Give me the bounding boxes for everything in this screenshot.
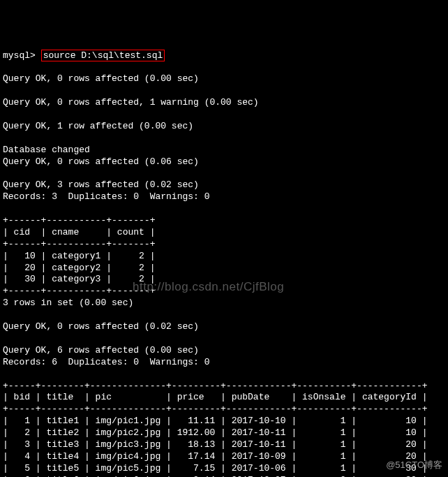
table-border: +------+-----------+-------+ (3, 286, 155, 296)
table-row: | 4 | title4 | img/pic4.jpg | 17.14 | 20… (3, 451, 428, 462)
records-summary-line: Records: 3 Duplicates: 0 Warnings: 0 (3, 191, 209, 202)
query-result-line: Query OK, 6 rows affected (0.00 sec) (3, 345, 199, 355)
rows-in-set-line: 3 rows in set (0.00 sec) (3, 298, 133, 308)
table-row: | 2 | title2 | img/pic2.jpg | 1912.00 | … (3, 427, 428, 438)
table-row: | 1 | title1 | img/pic1.jpg | 11.11 | 20… (3, 416, 428, 426)
table-border: +------+-----------+-------+ (3, 239, 155, 249)
query-result-line: Query OK, 0 rows affected, 1 warning (0.… (3, 97, 259, 108)
source-command: source D:\sql\test.sql (41, 50, 165, 61)
query-result-line: Query OK, 0 rows affected (0.02 sec) (3, 321, 199, 332)
query-result-line: Query OK, 0 rows affected (0.06 sec) (3, 156, 199, 167)
query-result-line: Query OK, 1 row affected (0.00 sec) (3, 121, 193, 131)
table-row: | 3 | title3 | img/pic3.jpg | 18.13 | 20… (3, 439, 428, 450)
table-border: +-----+--------+--------------+---------… (3, 404, 428, 414)
query-result-line: Query OK, 3 rows affected (0.02 sec) (3, 179, 199, 190)
table-row: | 5 | title5 | img/pic5.jpg | 7.15 | 201… (3, 463, 428, 474)
table-border: +-----+--------+--------------+---------… (3, 381, 428, 391)
table-row: | 30 | category3 | 2 | (3, 274, 155, 284)
table-header: | bid | title | pic | price | pubDate | … (3, 392, 428, 402)
table-border: +------+-----------+-------+ (3, 215, 155, 226)
query-result-line: Query OK, 0 rows affected (0.00 sec) (3, 73, 199, 84)
command-line[interactable]: mysql> source D:\sql\test.sql (3, 50, 445, 62)
table-row: | 10 | category1 | 2 | (3, 251, 155, 261)
database-changed-line: Database changed (3, 145, 90, 155)
table-header: | cid | cname | count | (3, 227, 155, 237)
table-row: | 6 | title6 | img/pic6.jpg | 9.14 | 201… (3, 475, 428, 477)
csdn-watermark: http://blog.csdn.net/CjfBlog (133, 279, 284, 295)
mysql-prompt: mysql> (3, 50, 36, 61)
table-row: | 20 | category2 | 2 | (3, 263, 155, 273)
records-summary-line: Records: 6 Duplicates: 0 Warnings: 0 (3, 357, 209, 367)
